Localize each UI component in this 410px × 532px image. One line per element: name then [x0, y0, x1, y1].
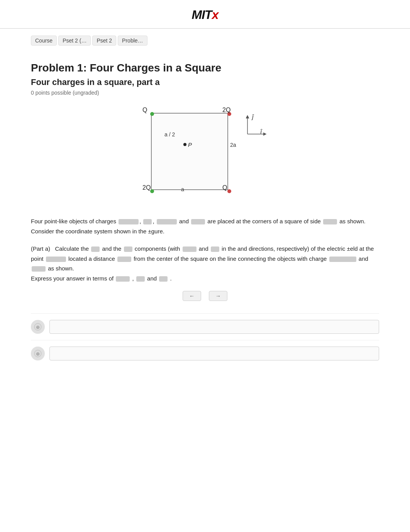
site-logo: MITx — [192, 8, 219, 22]
logo-text: MIT — [192, 8, 212, 22]
para1-comma2: , — [152, 218, 154, 224]
para1-and: and — [179, 218, 190, 224]
para2-and-the: and the — [102, 245, 123, 252]
point-p-label: P — [188, 141, 192, 148]
para2-and4: and — [147, 275, 158, 282]
answer-area: ⊕ ⊕ — [31, 313, 379, 367]
breadcrumb-course[interactable]: Course — [31, 36, 57, 46]
para2-from-center: from the center of the square on the lin… — [134, 255, 328, 262]
charge-bottom-left-label: 2Q — [142, 184, 151, 191]
point-p-dot — [183, 143, 186, 146]
blurred-charge-2: 2Q — [143, 219, 152, 224]
blurred-term-1: Q — [116, 276, 130, 282]
answer-icon-2: ⊕ — [31, 347, 45, 360]
charge-top-right-label: 2Q — [222, 107, 230, 114]
answer-row-1: ⊕ — [31, 313, 379, 340]
para2-and3: and — [359, 255, 368, 262]
breadcrumb-pset2-detail[interactable]: Pset 2 (… — [58, 36, 91, 46]
blurred-charge-3: -Q — [157, 219, 177, 224]
breadcrumb-problem[interactable]: Proble… — [118, 36, 147, 46]
charge-bottom-right-label: Q — [222, 184, 227, 191]
problem-subtitle: Four charges in a square, part a — [31, 77, 379, 87]
para2-components: components (with — [135, 245, 182, 252]
page-header: MITx — [0, 0, 410, 29]
para1-text-start: Four point-like objects of charges — [31, 218, 116, 224]
para1-text-end: are placed at the corners of a square of… — [207, 218, 322, 224]
dot-bottom-right — [227, 189, 231, 193]
axis-arrows — [240, 111, 271, 142]
paragraph-1: Four point-like objects of charges Q, 2Q… — [31, 216, 379, 236]
breadcrumb-pset2[interactable]: Pset 2 — [92, 36, 116, 46]
para2-comma: , — [132, 275, 136, 282]
para2-part-a: (Part a) Calculate the — [31, 245, 90, 252]
answer-input-1[interactable] — [49, 320, 379, 334]
blurred-component-y: y — [124, 246, 132, 252]
main-content: Problem 1: Four Charges in a Square Four… — [0, 53, 410, 382]
prev-page-button[interactable]: ← — [183, 291, 201, 301]
blurred-unit-2: ĵ — [211, 246, 219, 252]
dot-top-left — [150, 112, 154, 116]
svg-text:⊕: ⊕ — [36, 325, 40, 330]
breadcrumb: Course Pset 2 (… Pset 2 Proble… — [0, 29, 410, 53]
para2-and2: and — [199, 245, 210, 252]
problem-title: Problem 1: Four Charges in a Square — [31, 62, 379, 74]
blurred-component-x: x — [91, 246, 100, 252]
blurred-charge-4: 2Q — [191, 219, 205, 224]
blurred-unit-1: î — [183, 246, 197, 252]
para2-period: . — [170, 275, 171, 282]
blurred-charge-b: 2Q — [32, 266, 46, 272]
dim-a-label: a — [181, 186, 184, 192]
blurred-distance: d — [117, 257, 131, 262]
charge-top-left-label: Q — [142, 107, 147, 114]
next-page-button[interactable]: → — [209, 291, 227, 301]
diagram: Q 2Q 2Q Q P a / 2 2a a ĵ î — [136, 105, 274, 206]
answer-icon-svg-2: ⊕ — [34, 350, 42, 357]
blurred-term-2: a — [136, 276, 145, 282]
answer-icon-1: ⊕ — [31, 320, 45, 334]
blurred-point-p: P — [46, 257, 66, 262]
points-label: 0 points possible (ungraded) — [31, 90, 379, 96]
diagram-container: Q 2Q 2Q Q P a / 2 2a a ĵ î — [31, 105, 379, 206]
dot-bottom-left — [150, 189, 154, 193]
pagination: ← → — [31, 291, 379, 301]
answer-input-2[interactable] — [49, 347, 379, 360]
para1-comma1: , — [139, 218, 141, 224]
paragraph-2: (Part a) Calculate the x and the y compo… — [31, 244, 379, 283]
blurred-charge-a: Q — [329, 257, 356, 262]
blurred-term-3: d — [159, 276, 168, 282]
square-figure — [151, 113, 228, 190]
svg-text:⊕: ⊕ — [36, 351, 40, 357]
answer-icon-svg-1: ⊕ — [34, 323, 42, 331]
answer-row-2: ⊕ — [31, 340, 379, 367]
dim-2a-label: 2a — [230, 142, 236, 148]
dim-a-half-label: a / 2 — [164, 131, 175, 138]
blurred-side: a — [323, 219, 337, 224]
logo-accent: x — [212, 8, 219, 22]
blurred-charge-1: Q — [119, 219, 139, 224]
para2-located: located a distance — [68, 255, 117, 262]
